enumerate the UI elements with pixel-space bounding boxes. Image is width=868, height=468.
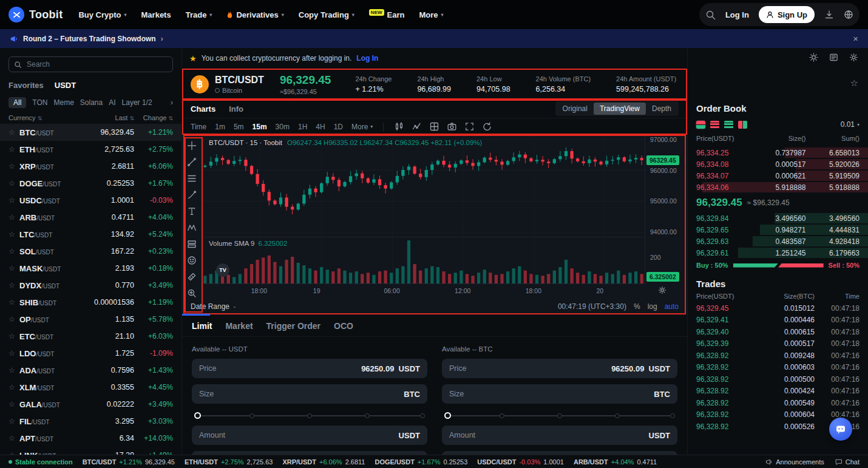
notice-login-link[interactable]: Log In [356,54,378,63]
theme-sun-icon[interactable] [809,53,818,62]
chat-button[interactable]: Chat [835,458,860,466]
chip-all[interactable]: All [8,97,26,108]
pair-title[interactable]: BTC/USDT [215,75,264,86]
favorite-star-icon[interactable]: ☆ [8,298,19,307]
market-row-dydx-usdt[interactable]: ☆DYDX/USDT0.770+3.49% [0,277,181,294]
tab-charts[interactable]: Charts [191,104,215,114]
nav-item-more[interactable]: More▾ [419,10,443,19]
time-axis[interactable]: 18:001906:0012:0018:0020 [202,283,645,297]
clipped-field[interactable] [192,451,427,455]
order-book-ask-row[interactable]: 96,334.065.9188885.918888 [688,181,868,193]
order-book-bid-row[interactable]: 96,329.650.9482714.444831 [688,224,868,236]
favorite-star-icon[interactable]: ☆ [8,400,19,409]
favorite-star-icon[interactable]: ☆ [8,417,19,426]
trendline-tool-icon[interactable] [187,157,197,167]
interval-more-button[interactable]: More▾ [351,123,373,131]
signup-button[interactable]: Sign Up [759,6,815,23]
order-tab-oco[interactable]: OCO [334,321,353,331]
crosshair-tool-icon[interactable] [187,141,197,151]
indicators-icon[interactable] [412,122,421,131]
interval-30m[interactable]: 30m [276,123,290,131]
search-icon[interactable] [705,10,716,20]
market-row-apt-usdt[interactable]: ☆APT/USDT6.34+14.03% [0,430,181,447]
mode-tradingview[interactable]: TradingView [594,103,646,115]
order-book-ask-row[interactable]: 96,334.070.0006215.919509 [688,170,868,181]
favorite-star-icon[interactable]: ☆ [8,128,19,137]
tradingview-logo[interactable]: TV [216,263,229,277]
connection-status[interactable]: Stable connection [8,458,73,466]
announcements-button[interactable]: Announcements [765,458,824,466]
interval-1d[interactable]: 1D [334,123,343,131]
favorite-star-icon[interactable]: ☆ [8,383,19,392]
auto-scale-button[interactable]: auto [665,302,679,311]
interval-4h[interactable]: 4H [316,123,325,131]
interval-1h[interactable]: 1H [298,123,307,131]
favorite-star-icon[interactable]: ☆ [8,196,19,205]
sidebar-tab-favorites[interactable]: Favorites [8,81,44,90]
favorite-star-icon[interactable]: ☆ [8,230,19,239]
chip-layer-1-2[interactable]: Layer 1/2 [122,98,152,107]
favorite-star-icon[interactable]: ☆ [8,451,19,455]
order-tab-trigger-order[interactable]: Trigger Order [266,321,320,331]
news-icon[interactable] [829,53,838,62]
position-tool-icon[interactable] [187,239,197,249]
chips-more-arrow-icon[interactable]: › [171,98,173,107]
price-scale[interactable]: 96329.45 200 6.325002 97000.0096000.0095… [645,135,687,283]
status-ticker-xrp-usdt[interactable]: XRP/USDT+6.06%2.6811 [282,458,365,466]
tab-info[interactable]: Info [229,104,243,114]
market-search-box[interactable] [8,56,173,72]
clipped-field[interactable] [442,451,677,455]
market-row-sol-usdt[interactable]: ☆SOL/USDT167.22+0.23% [0,243,181,260]
status-ticker-arb-usdt[interactable]: ARB/USDT+4.04%0.4711 [574,458,657,466]
nav-item-derivatives[interactable]: Derivatives▾ [226,10,283,19]
download-icon[interactable] [824,10,834,19]
market-row-doge-usdt[interactable]: ☆DOGE/USDT0.25253+1.67% [0,175,181,192]
favorite-star-icon[interactable]: ☆ [8,264,19,273]
price-field[interactable]: Price 96250.09 USDT [192,359,427,378]
market-row-arb-usdt[interactable]: ☆ARB/USDT0.4711+4.04% [0,209,181,226]
status-ticker-btc-usdt[interactable]: BTC/USDT+1.21%96,329.45 [83,458,175,466]
candlestick-chart[interactable]: BTC/USDT · 15 · ToobitO96247.34 H96335.0… [182,135,687,297]
chart-settings-gear-icon[interactable] [658,286,666,294]
size-slider[interactable] [444,412,675,419]
order-book-ask-row[interactable]: 96,334.080.0005175.920026 [688,158,868,170]
chip-ton[interactable]: TON [32,98,47,107]
favorite-star-icon[interactable]: ☆ [8,213,19,222]
market-row-ltc-usdt[interactable]: ☆LTC/USDT134.92+5.24% [0,226,181,243]
market-row-mask-usdt[interactable]: ☆MASK/USDT2.193+0.18% [0,260,181,277]
toobit-logo[interactable]: Toobit [8,7,63,22]
status-ticker-eth-usdt[interactable]: ETH/USDT+2.75%2,725.63 [185,458,273,466]
measure-tool-icon[interactable] [187,272,197,282]
market-row-ldo-usdt[interactable]: ☆LDO/USDT1.725-1.09% [0,345,181,362]
interval-5m[interactable]: 5m [234,123,244,131]
mode-original[interactable]: Original [557,103,594,115]
book-mode-both-icon[interactable] [696,121,705,129]
amount-field[interactable]: Amount USDT [442,426,677,445]
favorite-star-icon[interactable]: ☆ [8,366,19,375]
order-tab-market[interactable]: Market [225,321,253,331]
fullscreen-icon[interactable] [465,122,474,131]
order-book-bid-row[interactable]: 96,329.843.4965603.496560 [688,212,868,224]
size-field[interactable]: Size BTC [442,384,677,404]
status-ticker-usdc-usdt[interactable]: USDC/USDT-0.03%1.0001 [477,458,564,466]
precision-dropdown[interactable]: 0.01▾ [841,120,860,129]
market-row-xlm-usdt[interactable]: ☆XLM/USDT0.3355+4.45% [0,379,181,396]
banner-close-icon[interactable]: × [853,33,858,44]
language-globe-icon[interactable] [844,10,853,19]
market-row-eth-usdt[interactable]: ☆ETH/USDT2,725.63+2.75% [0,141,181,158]
favorite-star-icon[interactable]: ☆ [8,349,19,358]
chip-ai[interactable]: AI [109,98,115,107]
support-chat-bubble[interactable] [829,418,852,441]
settings-gear-icon[interactable] [849,53,858,62]
market-row-shib-usdt[interactable]: ☆SHIB/USDT0.00001536+1.19% [0,294,181,311]
market-row-xrp-usdt[interactable]: ☆XRP/USDT2.6811+6.06% [0,158,181,175]
market-row-etc-usdt[interactable]: ☆ETC/USDT21.10+6.03% [0,328,181,345]
chip-meme[interactable]: Meme [53,98,73,107]
order-book-bid-row[interactable]: 96,329.630.4835874.928418 [688,236,868,247]
favorite-star-icon[interactable]: ☆ [8,247,19,256]
nav-item-markets[interactable]: Markets [141,10,171,19]
price-field[interactable]: Price 96250.09 USDT [442,359,677,378]
nav-item-buy-crypto[interactable]: Buy Crypto▾ [78,10,126,19]
interval-15m[interactable]: 15m [253,123,267,131]
market-row-op-usdt[interactable]: ☆OP/USDT1.135+5.78% [0,311,181,328]
